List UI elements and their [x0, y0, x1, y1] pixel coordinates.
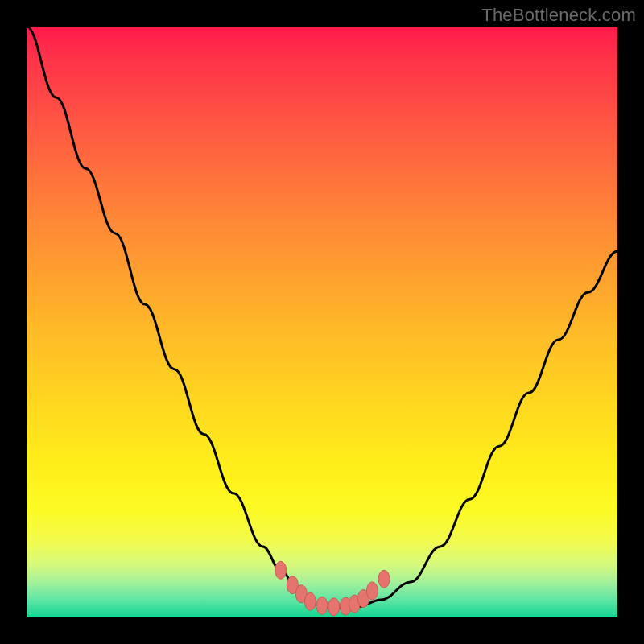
- marker-point: [316, 597, 328, 614]
- marker-point: [275, 561, 287, 579]
- marker-point: [378, 570, 390, 588]
- marker-group: [275, 561, 390, 616]
- marker-point: [304, 592, 316, 610]
- marker-point: [366, 582, 378, 600]
- marker-point: [328, 598, 340, 616]
- bottleneck-curve: [27, 27, 617, 608]
- watermark-text: TheBottleneck.com: [481, 5, 636, 26]
- curve-layer: [27, 27, 617, 617]
- outer-frame: TheBottleneck.com: [0, 0, 644, 644]
